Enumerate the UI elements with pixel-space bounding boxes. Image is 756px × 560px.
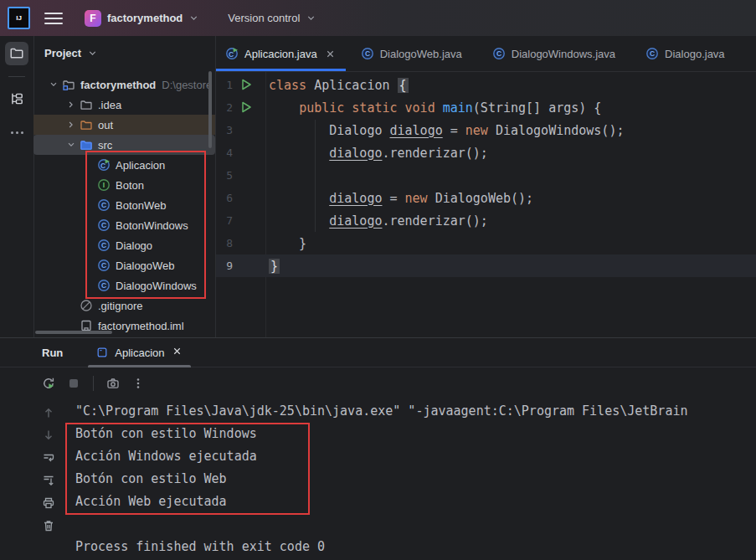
tree-item-gitignore[interactable]: .gitignore <box>33 295 215 316</box>
class-icon: C <box>97 259 111 272</box>
camera-button[interactable] <box>103 373 123 393</box>
project-selector[interactable]: F factorymethod <box>85 10 199 27</box>
kebab-menu-icon <box>131 377 145 390</box>
tree-item-path: D:\gestore <box>162 79 212 91</box>
tab-label: Dialogo.java <box>665 48 725 60</box>
tool-window-stripe <box>0 36 34 337</box>
code-line-1: 1class Aplicacion { <box>216 74 756 96</box>
tree-item-idea[interactable]: .idea <box>33 95 215 115</box>
console-line: Process finished with exit code 0 <box>75 535 688 557</box>
line-number: 5 <box>216 169 233 182</box>
editor-tab-aplicacion-java[interactable]: CAplicacion.java <box>216 36 346 71</box>
class-icon: C <box>97 218 111 232</box>
folder-icon <box>9 45 24 63</box>
tree-item-botonwindows[interactable]: CBotonWindows <box>33 215 215 235</box>
line-number: 4 <box>216 146 233 159</box>
tree-item-boton[interactable]: IBoton <box>33 175 215 195</box>
project-tree: factorymethodD:\gestore.ideaoutsrcCAplic… <box>33 74 215 336</box>
class-icon: C <box>361 47 374 60</box>
editor-tab-dialogowindows-java[interactable]: CDialogoWindows.java <box>477 36 630 71</box>
version-control-label: Version control <box>228 12 300 24</box>
editor-tab-dialogo-java[interactable]: CDialogo.java <box>630 36 740 71</box>
code-line-2: 2 public static void main(String[] args)… <box>216 96 756 119</box>
run-console[interactable]: "C:\Program Files\Java\jdk-25\bin\java.e… <box>0 399 756 560</box>
folder-icon <box>80 98 93 111</box>
close-icon[interactable] <box>172 346 183 359</box>
class-icon: C <box>97 198 111 212</box>
console-line: Botón con estilo Web <box>75 467 688 490</box>
svg-text:C: C <box>100 162 105 170</box>
collapse-chevron-icon[interactable] <box>64 140 78 150</box>
tree-item-botonweb[interactable]: CBotonWeb <box>33 195 215 215</box>
svg-text:C: C <box>101 221 106 229</box>
svg-text:C: C <box>101 261 106 270</box>
tree-item-dialogowindows[interactable]: CDialogoWindows <box>33 275 215 295</box>
tab-label: DialogoWindows.java <box>512 48 615 60</box>
print-icon[interactable] <box>42 496 55 510</box>
line-number: 8 <box>216 237 233 249</box>
more-options-button[interactable] <box>128 373 148 393</box>
run-tool-window: Run Aplicacion "C:\Program Files\Java\jd… <box>0 337 756 560</box>
console-line: Acción Windows ejecutada <box>75 444 688 467</box>
titlebar: IJ F factorymethod Version control <box>0 0 756 36</box>
project-tool-button[interactable] <box>5 42 28 65</box>
tree-item-dialogoweb[interactable]: CDialogoWeb <box>33 255 215 275</box>
toolbar-divider <box>93 376 94 391</box>
run-line-icon[interactable] <box>239 100 253 114</box>
tab-label: DialogoWeb.java <box>380 48 462 60</box>
clear-icon[interactable] <box>42 519 55 532</box>
close-icon[interactable] <box>325 49 336 59</box>
more-tool-windows-button[interactable] <box>0 131 33 134</box>
version-control-menu[interactable]: Version control <box>228 12 316 24</box>
vertical-scrollbar-thumb[interactable] <box>208 71 212 148</box>
editor-area: CAplicacion.javaCDialogoWeb.javaCDialogo… <box>216 36 756 337</box>
run-panel-header: Run Aplicacion <box>0 338 756 367</box>
tree-item-label: BotonWeb <box>116 199 166 212</box>
tree-item-dialogo[interactable]: CDialogo <box>33 235 215 255</box>
rerun-button[interactable] <box>39 373 59 393</box>
svg-text:C: C <box>229 50 234 59</box>
project-panel-header[interactable]: Project <box>33 36 215 69</box>
rerun-icon <box>42 377 55 390</box>
run-tab-aplicacion[interactable]: Aplicacion <box>86 338 192 367</box>
scroll-to-end-icon[interactable] <box>42 474 55 487</box>
collapse-chevron-icon[interactable] <box>47 80 60 90</box>
svg-text:C: C <box>101 201 106 209</box>
console-line <box>75 512 688 535</box>
project-badge: F <box>85 10 101 27</box>
editor-tab-dialogoweb-java[interactable]: CDialogoWeb.java <box>346 36 477 71</box>
up-arrow-icon[interactable] <box>42 406 55 419</box>
horizontal-scrollbar-thumb[interactable] <box>35 331 112 334</box>
soft-wrap-icon[interactable] <box>42 451 55 465</box>
expand-chevron-icon[interactable] <box>64 100 78 110</box>
tree-item-out[interactable]: out <box>33 115 215 135</box>
chevron-down-icon <box>188 13 199 23</box>
expand-chevron-icon[interactable] <box>64 120 78 130</box>
down-arrow-icon[interactable] <box>42 429 55 442</box>
project-panel-title: Project <box>44 47 81 59</box>
intellij-logo-icon[interactable]: IJ <box>8 7 30 29</box>
project-panel: Project factorymethodD:\gestore.ideaouts… <box>33 36 216 337</box>
stop-button[interactable] <box>64 373 84 393</box>
interface-icon: I <box>97 178 111 192</box>
editor-tab-bar: CAplicacion.javaCDialogoWeb.javaCDialogo… <box>216 36 756 72</box>
console-output: "C:\Program Files\Java\jdk-25\bin\java.e… <box>75 399 688 557</box>
svg-text:I: I <box>103 181 105 189</box>
console-line: "C:\Program Files\Java\jdk-25\bin\java.e… <box>75 399 688 422</box>
tree-item-label: out <box>98 119 113 131</box>
tree-item-aplicacion[interactable]: CAplicacion <box>33 155 215 175</box>
main-menu-button[interactable] <box>44 13 63 24</box>
run-line-icon[interactable] <box>239 78 253 91</box>
structure-tool-button[interactable] <box>5 88 28 111</box>
console-line: Botón con estilo Windows <box>75 422 688 444</box>
line-number: 3 <box>216 124 233 136</box>
project-name: factorymethod <box>107 12 183 24</box>
class-icon: C <box>492 47 506 60</box>
tree-item-src[interactable]: src <box>33 135 215 155</box>
run-toolbar <box>0 367 756 399</box>
tree-item-factorymethod[interactable]: factorymethodD:\gestore <box>33 74 215 95</box>
code-editor[interactable]: 1class Aplicacion {2 public static void … <box>216 72 756 277</box>
class-icon: C <box>645 47 659 60</box>
ignored-icon <box>80 299 93 312</box>
console-gutter <box>39 406 59 532</box>
